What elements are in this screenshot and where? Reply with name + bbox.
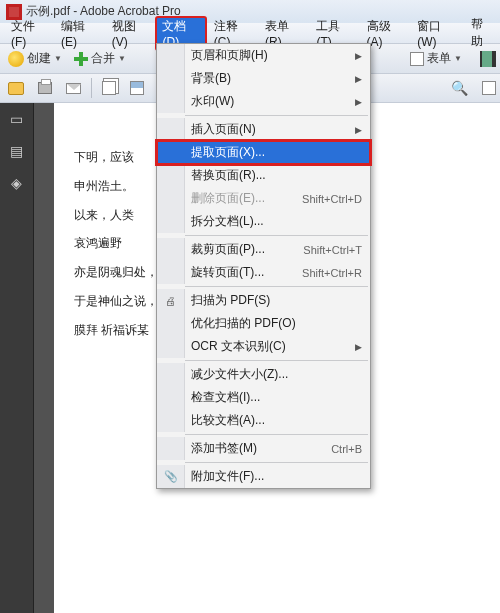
menu-file[interactable]: 文件(F) [4, 16, 54, 51]
menu-item[interactable]: 删除页面(E)...Shift+Ctrl+D [157, 187, 370, 210]
submenu-arrow-icon: ▶ [355, 342, 362, 352]
menu-item-icon: 🖨 [157, 289, 185, 312]
menu-item-label: 页眉和页脚(H) [191, 47, 355, 64]
menu-item[interactable]: 🖨扫描为 PDF(S) [157, 289, 370, 312]
pages-button[interactable] [98, 79, 120, 97]
menu-item[interactable]: 水印(W)▶ [157, 90, 370, 113]
open-button[interactable] [4, 80, 28, 97]
menu-item-shortcut: Shift+Ctrl+T [303, 244, 362, 256]
menu-item-label: 裁剪页面(P)... [191, 241, 303, 258]
attach-icon[interactable]: ◈ [11, 175, 22, 191]
film-icon [480, 51, 496, 67]
menu-separator [185, 235, 368, 236]
menu-item-label: 拆分文档(L)... [191, 213, 362, 230]
menu-item-label: 水印(W) [191, 93, 355, 110]
menu-item-label: 背景(B) [191, 70, 355, 87]
menu-item-icon [157, 67, 185, 90]
menu-item-label: 比较文档(A)... [191, 412, 362, 429]
menu-item[interactable]: 📎附加文件(F)... [157, 465, 370, 488]
menu-item[interactable]: 比较文档(A)... [157, 409, 370, 432]
menu-item-icon [157, 386, 185, 409]
menu-edit[interactable]: 编辑(E) [54, 16, 105, 51]
menu-separator [185, 462, 368, 463]
menu-item[interactable]: 检查文档(I)... [157, 386, 370, 409]
menu-item-icon [157, 44, 185, 67]
menu-item[interactable]: 拆分文档(L)... [157, 210, 370, 233]
menu-item-shortcut: Shift+Ctrl+D [302, 193, 362, 205]
thumbs-icon [130, 81, 144, 95]
zoom-icon [482, 81, 496, 95]
bookmark-icon[interactable]: ▤ [10, 143, 23, 159]
menu-item[interactable]: 页眉和页脚(H)▶ [157, 44, 370, 67]
printer-icon [38, 82, 52, 94]
submenu-arrow-icon: ▶ [355, 74, 362, 84]
menu-item-label: 删除页面(E)... [191, 190, 302, 207]
menu-item[interactable]: 插入页面(N)▶ [157, 118, 370, 141]
menu-item[interactable]: 减少文件大小(Z)... [157, 363, 370, 386]
menu-help[interactable]: 帮助 [464, 14, 500, 52]
submenu-arrow-icon: ▶ [355, 51, 362, 61]
submenu-arrow-icon: ▶ [355, 97, 362, 107]
menu-separator [185, 115, 368, 116]
pages-icon [102, 81, 116, 95]
nav-panel: ▭ ▤ ◈ [0, 103, 34, 613]
mail-icon [66, 83, 81, 94]
form-icon [410, 52, 424, 66]
menu-item[interactable]: 裁剪页面(P)...Shift+Ctrl+T [157, 238, 370, 261]
document-menu: 页眉和页脚(H)▶背景(B)▶水印(W)▶插入页面(N)▶提取页面(X)...替… [156, 43, 371, 489]
menu-item[interactable]: 替换页面(R)... [157, 164, 370, 187]
menu-item-label: 添加书签(M) [191, 440, 331, 457]
menu-item[interactable]: 背景(B)▶ [157, 67, 370, 90]
form-button[interactable]: 表单▼ [406, 48, 466, 69]
menu-item-icon [157, 409, 185, 432]
gutter [34, 103, 54, 613]
menu-item-icon [157, 363, 185, 386]
print-button[interactable] [34, 80, 56, 96]
multimedia-button[interactable] [476, 49, 500, 69]
menu-item-icon [157, 312, 185, 335]
menu-item-icon: 📎 [157, 465, 185, 488]
menu-item-icon [157, 210, 185, 233]
menu-item[interactable]: 旋转页面(T)...Shift+Ctrl+R [157, 261, 370, 284]
menu-item[interactable]: 添加书签(M)Ctrl+B [157, 437, 370, 460]
menu-separator [185, 434, 368, 435]
menu-item-icon [157, 164, 185, 187]
menu-item-icon [157, 261, 185, 284]
submenu-arrow-icon: ▶ [355, 125, 362, 135]
menu-item-icon [157, 437, 185, 460]
menu-separator [185, 286, 368, 287]
menu-item-label: 提取页面(X)... [191, 144, 362, 161]
menu-item[interactable]: 提取页面(X)... [157, 141, 370, 164]
menu-item-label: 检查文档(I)... [191, 389, 362, 406]
menu-window[interactable]: 窗口(W) [410, 16, 464, 51]
menu-item-label: 减少文件大小(Z)... [191, 366, 362, 383]
menu-item-icon [157, 187, 185, 210]
menu-item-shortcut: Ctrl+B [331, 443, 362, 455]
menu-item-shortcut: Shift+Ctrl+R [302, 267, 362, 279]
menu-item-label: 旋转页面(T)... [191, 264, 302, 281]
combine-button[interactable]: 合并▼ [70, 48, 130, 69]
menu-item[interactable]: OCR 文本识别(C)▶ [157, 335, 370, 358]
plus-icon [74, 52, 88, 66]
menu-item-icon [157, 238, 185, 261]
menu-view[interactable]: 视图(V) [105, 16, 156, 51]
thumbs-button[interactable] [126, 79, 148, 97]
search-button[interactable]: 🔍 [447, 78, 472, 98]
menu-item-icon [157, 90, 185, 113]
menu-item[interactable]: 优化扫描的 PDF(O) [157, 312, 370, 335]
search-icon: 🔍 [451, 80, 468, 96]
create-button[interactable]: 创建▼ [4, 48, 66, 69]
zoom-button[interactable] [478, 79, 500, 97]
page-thumb-icon[interactable]: ▭ [10, 111, 23, 127]
menu-item-label: 插入页面(N) [191, 121, 355, 138]
menu-item-icon [157, 335, 185, 358]
menu-separator [185, 360, 368, 361]
email-button[interactable] [62, 81, 85, 96]
create-icon [8, 51, 24, 67]
menu-item-label: 优化扫描的 PDF(O) [191, 315, 362, 332]
menu-item-icon [157, 141, 185, 164]
menu-bar: 文件(F) 编辑(E) 视图(V) 文档(D) 注释(C) 表单(R) 工具(T… [0, 23, 500, 43]
menu-item-label: 附加文件(F)... [191, 468, 362, 485]
menu-item-label: 替换页面(R)... [191, 167, 362, 184]
menu-item-label: 扫描为 PDF(S) [191, 292, 362, 309]
